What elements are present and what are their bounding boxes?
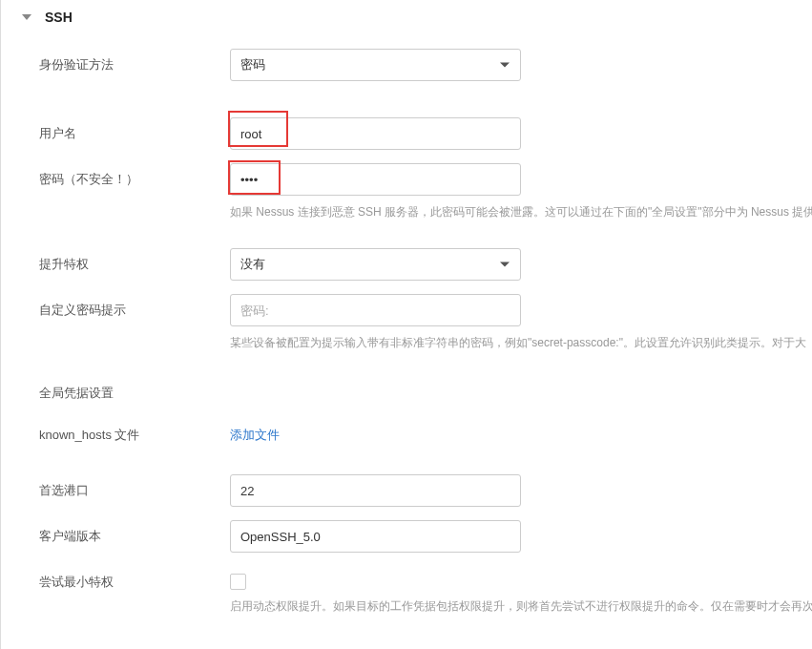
chevron-down-icon [22, 14, 31, 20]
preferred-port-input[interactable] [230, 474, 521, 507]
add-file-link[interactable]: 添加文件 [230, 428, 280, 442]
elevate-value[interactable] [230, 248, 521, 281]
elevate-select[interactable] [230, 248, 521, 281]
ssh-section-header[interactable]: SSH [1, 0, 812, 39]
row-least-priv: 尝试最小特权 启用动态权限提升。如果目标的工作凭据包括权限提升，则将首先尝试不进… [39, 566, 812, 616]
section-title: SSH [45, 10, 73, 25]
label-elevate: 提升特权 [39, 248, 230, 273]
ssh-config-panel: SSH 身份验证方法 用户名 密码（不安全！） 如 [0, 0, 812, 649]
label-preferred-port: 首选港口 [39, 474, 230, 499]
password-help: 如果 Nessus 连接到恶意 SSH 服务器，此密码可能会被泄露。这可以通过在… [230, 203, 812, 221]
least-priv-checkbox[interactable] [230, 574, 246, 590]
row-client-version: 客户端版本 [39, 520, 812, 555]
row-elevate: 提升特权 [39, 248, 812, 283]
section-body: 身份验证方法 用户名 密码（不安全！） 如果 Nessus 连接到恶意 SSH … [1, 39, 812, 639]
label-custom-prompt: 自定义密码提示 [39, 294, 230, 319]
row-preferred-port: 首选港口 [39, 474, 812, 509]
row-password: 密码（不安全！） 如果 Nessus 连接到恶意 SSH 服务器，此密码可能会被… [39, 163, 812, 221]
label-least-priv: 尝试最小特权 [39, 566, 230, 591]
label-auth-method: 身份验证方法 [39, 49, 230, 73]
client-version-input[interactable] [230, 520, 521, 553]
auth-method-select[interactable] [230, 49, 521, 81]
row-custom-prompt: 自定义密码提示 某些设备被配置为提示输入带有非标准字符串的密码，例如"secre… [39, 294, 812, 352]
label-client-version: 客户端版本 [39, 520, 230, 545]
row-known-hosts: known_hosts 文件 添加文件 [39, 419, 812, 453]
auth-method-value[interactable] [230, 49, 521, 81]
label-username: 用户名 [39, 117, 230, 142]
custom-prompt-input[interactable] [230, 294, 521, 326]
least-priv-help: 启用动态权限提升。如果目标的工作凭据包括权限提升，则将首先尝试不进行权限提升的命… [230, 597, 812, 616]
row-auth-method: 身份验证方法 [39, 49, 812, 83]
global-credentials-title: 全局凭据设置 [39, 356, 812, 419]
custom-prompt-help: 某些设备被配置为提示输入带有非标准字符串的密码，例如"secret-passco… [230, 334, 812, 352]
row-username: 用户名 [39, 117, 812, 152]
label-known-hosts: known_hosts 文件 [39, 419, 230, 444]
label-password: 密码（不安全！） [39, 163, 230, 188]
password-input[interactable] [230, 163, 521, 196]
username-input[interactable] [230, 117, 521, 150]
